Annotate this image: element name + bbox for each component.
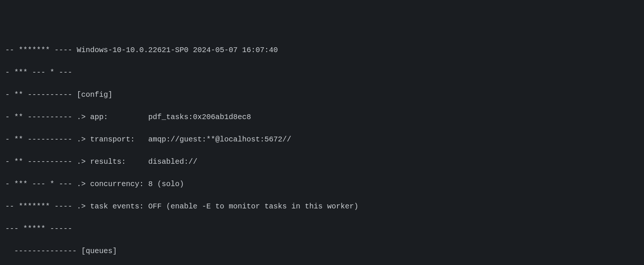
banner-line-queues-header: -------------- [queues]	[5, 246, 639, 257]
banner-line-asterisk-bottom: --- ***** -----	[5, 223, 639, 234]
banner-line-asterisk-top: - *** --- * ---	[5, 67, 639, 78]
banner-line-platform: -- ******* ---- Windows-10-10.0.22621-SP…	[5, 45, 639, 56]
banner-line-config-header: - ** ---------- [config]	[5, 89, 639, 100]
banner-line-transport: - ** ---------- .> transport: amqp://gue…	[5, 134, 639, 145]
banner-line-concurrency: - *** --- * --- .> concurrency: 8 (solo)	[5, 179, 639, 190]
banner-line-app: - ** ---------- .> app: pdf_tasks:0x206a…	[5, 112, 639, 123]
banner-line-task-events: -- ******* ---- .> task events: OFF (ena…	[5, 201, 639, 212]
banner-line-results: - ** ---------- .> results: disabled://	[5, 156, 639, 167]
